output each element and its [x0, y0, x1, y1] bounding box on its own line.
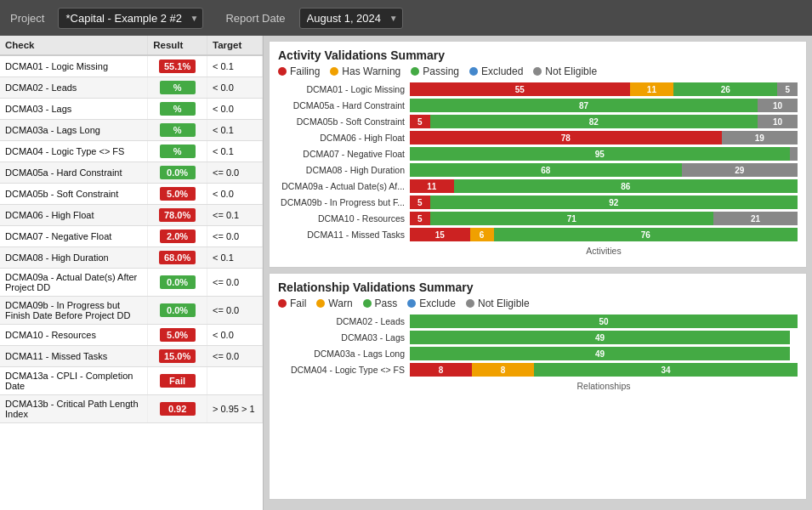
legend-label: Passing — [423, 65, 459, 77]
reportdate-select-wrap[interactable]: August 1, 2024 — [299, 8, 403, 29]
result-badge: 0.92 — [160, 402, 196, 416]
result-cell: % — [148, 120, 207, 141]
activity-chart-title: Activity Validations Summary — [278, 48, 798, 62]
check-cell: DCMA09a - Actual Date(s) After Project D… — [0, 269, 148, 297]
check-cell: DCMA07 - Negative Float — [0, 226, 148, 247]
table-row: DCMA03a - Lags Long%< 0.1 — [0, 120, 263, 141]
legend-dot — [278, 67, 287, 76]
project-select-wrap[interactable]: *Capital - Example 2 #2 — [58, 8, 203, 29]
bar-track: 5511265 — [410, 82, 798, 96]
result-cell: % — [148, 77, 207, 99]
legend-label: Fail — [290, 298, 306, 309]
result-badge: 55.1% — [159, 60, 196, 73]
bar-segment: 21 — [713, 212, 798, 225]
legend-label: Warn — [328, 298, 352, 309]
result-cell: 78.0% — [148, 205, 207, 226]
bar-label: DCMA06 - High Float — [278, 133, 410, 143]
check-cell: DCMA13a - CPLI - Completion Date — [0, 367, 148, 395]
legend-dot — [469, 67, 478, 76]
bar-track: 57121 — [410, 212, 798, 225]
target-cell: <= 0.1 — [207, 205, 263, 226]
bar-label: DCMA10 - Resources — [278, 213, 410, 224]
reportdate-select[interactable]: August 1, 2024 — [299, 8, 403, 29]
legend-label: Pass — [375, 298, 398, 309]
table-row: DCMA09a - Actual Date(s) After Project D… — [0, 269, 263, 297]
activity-bars: DCMA01 - Logic Missing5511265DCMA05a - H… — [278, 82, 798, 244]
activity-legend: FailingHas WarningPassingExcludedNot Eli… — [278, 65, 798, 77]
legend-dot — [407, 299, 416, 308]
bar-track: 8710 — [410, 99, 798, 112]
result-cell: % — [148, 99, 207, 120]
bar-segment: 15 — [410, 228, 470, 241]
target-cell: < 0.0 — [207, 325, 263, 346]
bar-segment: 92 — [430, 196, 798, 209]
legend-item: Passing — [411, 65, 459, 77]
bar-row: DCMA08 - High Duration6829 — [278, 163, 798, 177]
legend-dot — [316, 299, 325, 308]
bar-segment: 87 — [410, 99, 758, 112]
table-row: DCMA03 - Lags%< 0.0 — [0, 99, 263, 120]
checks-table-panel: Check Result Target DCMA01 - Logic Missi… — [0, 36, 264, 510]
right-charts-panel: Activity Validations Summary FailingHas … — [264, 36, 812, 510]
legend-label: Exclude — [419, 298, 456, 309]
target-cell: < 0.1 — [207, 120, 263, 141]
result-badge: 68.0% — [159, 251, 196, 264]
activity-chart-section: Activity Validations Summary FailingHas … — [269, 41, 807, 268]
project-select[interactable]: *Capital - Example 2 #2 — [58, 8, 203, 29]
table-row: DCMA09b - In Progress but Finish Date Be… — [0, 297, 263, 325]
result-badge: 0.0% — [160, 303, 196, 317]
result-badge: 15.0% — [159, 349, 196, 363]
relationship-axis-label: Relationships — [410, 381, 798, 391]
bar-label: DCMA09b - In Progress but F... — [278, 197, 410, 207]
bar-segment: 11 — [410, 179, 454, 193]
table-row: DCMA08 - High Duration68.0%< 0.1 — [0, 247, 263, 269]
bar-row: DCMA03a - Lags Long49 — [278, 347, 798, 360]
bar-track: 15676 — [410, 228, 798, 241]
bar-segment: 55 — [410, 82, 630, 96]
bar-segment: 5 — [410, 212, 430, 225]
check-cell: DCMA09b - In Progress but Finish Date Be… — [0, 297, 148, 325]
bar-track: 49 — [410, 331, 798, 344]
check-cell: DCMA06 - High Float — [0, 205, 148, 226]
legend-dot — [466, 299, 474, 308]
relationship-bars: DCMA02 - Leads50DCMA03 - Lags49DCMA03a -… — [278, 314, 798, 379]
result-badge: % — [160, 102, 196, 116]
result-cell: 55.1% — [148, 55, 207, 77]
bar-label: DCMA03 - Lags — [278, 332, 410, 343]
col-header-result: Result — [148, 36, 207, 55]
legend-label: Has Warning — [342, 65, 400, 77]
bar-segment: 5 — [777, 82, 798, 96]
bar-row: DCMA02 - Leads50 — [278, 314, 798, 328]
result-badge: 0.0% — [160, 166, 196, 179]
bar-label: DCMA07 - Negative Float — [278, 149, 410, 159]
bar-segment: 82 — [430, 115, 758, 128]
relationship-chart-title: Relationship Validations Summary — [278, 280, 798, 294]
bar-row: DCMA09b - In Progress but F...592 — [278, 196, 798, 209]
check-cell: DCMA11 - Missed Tasks — [0, 346, 148, 367]
bar-segment: 49 — [410, 331, 790, 344]
bar-label: DCMA03a - Lags Long — [278, 348, 410, 359]
reportdate-label: Report Date — [225, 12, 285, 25]
bar-row: DCMA11 - Missed Tasks15676 — [278, 228, 798, 241]
bar-row: DCMA09a - Actual Date(s) Af...1186 — [278, 179, 798, 193]
legend-item: Pass — [363, 298, 398, 309]
bar-segment: 50 — [410, 314, 798, 328]
relationship-legend: FailWarnPassExcludeNot Eligible — [278, 298, 798, 309]
bar-segment: 86 — [454, 179, 798, 193]
table-row: DCMA10 - Resources5.0%< 0.0 — [0, 325, 263, 346]
bar-track: 8834 — [410, 363, 798, 377]
col-header-target: Target — [207, 36, 263, 55]
bar-label: DCMA09a - Actual Date(s) Af... — [278, 181, 410, 191]
table-row: DCMA13b - Critical Path Length Index0.92… — [0, 395, 263, 423]
table-row: DCMA06 - High Float78.0%<= 0.1 — [0, 205, 263, 226]
check-cell: DCMA03a - Lags Long — [0, 120, 148, 141]
main-content: Check Result Target DCMA01 - Logic Missi… — [0, 36, 812, 510]
result-cell: 15.0% — [148, 346, 207, 367]
bar-track: 1186 — [410, 179, 798, 193]
target-cell: < 0.0 — [207, 77, 263, 99]
target-cell: <= 0.0 — [207, 346, 263, 367]
check-cell: DCMA05a - Hard Constraint — [0, 162, 148, 184]
bar-segment: 6 — [470, 228, 494, 241]
bar-segment: 11 — [630, 82, 674, 96]
table-row: DCMA01 - Logic Missing55.1%< 0.1 — [0, 55, 263, 77]
